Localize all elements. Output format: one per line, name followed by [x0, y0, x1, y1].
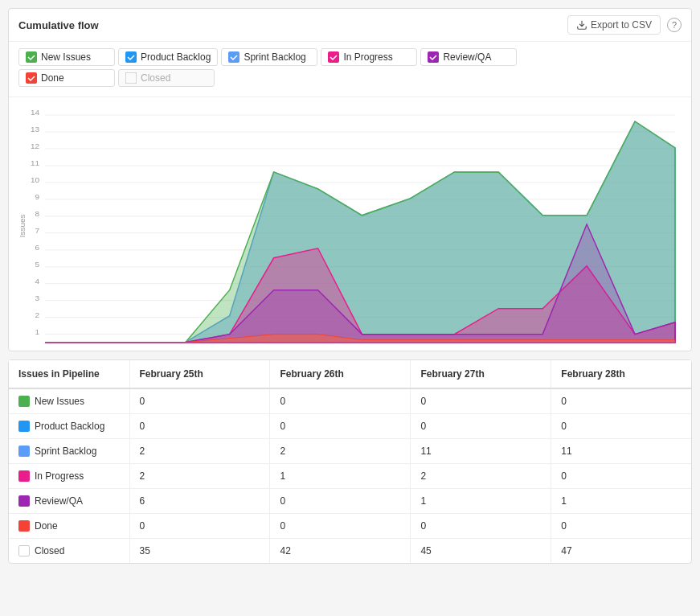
- table-header-row: Issues in Pipeline February 25th Februar…: [9, 360, 691, 388]
- legend-checkbox-sprint-backlog: [228, 51, 239, 63]
- svg-text:Issues: Issues: [18, 214, 27, 237]
- table-row: New Issues 0000: [9, 388, 691, 414]
- col-pipeline: Issues in Pipeline: [9, 360, 129, 388]
- table-row: Review/QA 6011: [9, 488, 691, 513]
- svg-rect-4: [428, 51, 439, 63]
- svg-text:7: 7: [35, 226, 39, 235]
- svg-text:5: 5: [35, 260, 39, 269]
- cell-feb26: 2: [270, 438, 411, 463]
- svg-text:11: 11: [31, 158, 40, 167]
- svg-rect-5: [26, 72, 37, 84]
- color-box: [18, 545, 30, 556]
- pipeline-name: In Progress: [35, 470, 84, 482]
- cell-feb25: 0: [129, 513, 270, 538]
- color-box: [18, 520, 30, 532]
- cell-feb28: 47: [551, 538, 691, 563]
- legend-row-2: Done Closed: [18, 69, 682, 87]
- cell-feb26: 0: [270, 388, 411, 414]
- legend-checkbox-done: [26, 72, 37, 84]
- pipeline-label-cell: Done: [9, 513, 129, 538]
- table-row: Done 0000: [9, 513, 691, 538]
- svg-text:1: 1: [35, 327, 39, 336]
- table-panel: Issues in Pipeline February 25th Februar…: [8, 359, 692, 564]
- col-feb28: February 28th: [551, 360, 691, 388]
- legend-new-issues[interactable]: New Issues: [18, 48, 115, 66]
- pipeline-label: Done: [18, 520, 120, 532]
- cell-feb25: 2: [129, 438, 270, 463]
- color-box: [18, 396, 30, 407]
- legend-row-1: New Issues Product Backlog Sprint Backlo…: [18, 48, 682, 66]
- table-row: In Progress 2120: [9, 463, 691, 488]
- cell-feb27: 0: [411, 513, 551, 538]
- svg-rect-3: [328, 51, 339, 63]
- legend-label-in-progress: In Progress: [343, 51, 392, 63]
- legend-checkbox-in-progress: [328, 51, 339, 63]
- cell-feb26: 0: [270, 488, 411, 513]
- legend-label-new-issues: New Issues: [41, 51, 91, 63]
- cumulative-flow-chart: 1 2 3 4 5 6 7 8 9 10 11 12 13 14 Issues: [17, 105, 683, 347]
- cell-feb25: 0: [129, 388, 270, 414]
- legend-checkbox-review-qa: [428, 51, 439, 63]
- pipeline-label-cell: Sprint Backlog: [9, 438, 129, 463]
- export-icon: [576, 19, 587, 31]
- help-icon[interactable]: ?: [667, 18, 682, 32]
- legend-done[interactable]: Done: [18, 69, 115, 87]
- cell-feb27: 11: [411, 438, 551, 463]
- legend-label-sprint-backlog: Sprint Backlog: [244, 51, 305, 63]
- pipeline-label-cell: New Issues: [9, 388, 129, 414]
- legend-label-review-qa: Review/QA: [443, 51, 491, 63]
- export-button[interactable]: Export to CSV: [567, 15, 661, 35]
- pipeline-name: Closed: [35, 545, 64, 556]
- pipeline-table: Issues in Pipeline February 25th Februar…: [9, 360, 691, 563]
- chart-header-right: Export to CSV ?: [567, 15, 682, 35]
- legend-checkbox-product-backlog: [125, 51, 137, 63]
- svg-text:2: 2: [35, 310, 39, 319]
- cell-feb27: 2: [411, 463, 551, 488]
- pipeline-label: In Progress: [18, 470, 120, 482]
- cell-feb25: 35: [129, 538, 270, 563]
- legend-label-closed: Closed: [141, 72, 170, 84]
- table-row: Sprint Backlog 221111: [9, 438, 691, 463]
- pipeline-label: Sprint Backlog: [18, 446, 120, 457]
- svg-rect-2: [228, 51, 239, 63]
- pipeline-name: Review/QA: [35, 495, 83, 507]
- col-feb27: February 27th: [411, 360, 551, 388]
- pipeline-name: New Issues: [35, 396, 84, 407]
- legend-closed[interactable]: Closed: [118, 69, 215, 87]
- color-box: [18, 470, 30, 482]
- chart-header: Cumulative flow Export to CSV ?: [9, 9, 691, 42]
- cell-feb28: 11: [551, 438, 691, 463]
- svg-text:14: 14: [31, 108, 40, 117]
- table-row: Product Backlog 0000: [9, 413, 691, 438]
- cell-feb26: 1: [270, 463, 411, 488]
- pipeline-name: Product Backlog: [35, 421, 104, 432]
- legend-checkbox-closed: [125, 72, 137, 84]
- svg-text:6: 6: [35, 243, 39, 252]
- cell-feb25: 0: [129, 413, 270, 438]
- legend-sprint-backlog[interactable]: Sprint Backlog: [221, 48, 317, 66]
- svg-text:4: 4: [35, 277, 39, 285]
- col-feb25: February 25th: [129, 360, 270, 388]
- legend-product-backlog[interactable]: Product Backlog: [118, 48, 218, 66]
- pipeline-name: Done: [35, 520, 58, 532]
- legend-label-done: Done: [41, 72, 64, 84]
- pipeline-label: Product Backlog: [18, 421, 120, 432]
- chart-title: Cumulative flow: [18, 19, 99, 31]
- main-container: Cumulative flow Export to CSV ?: [0, 0, 700, 572]
- cell-feb25: 6: [129, 488, 270, 513]
- svg-text:12: 12: [31, 142, 40, 150]
- pipeline-label: New Issues: [18, 396, 120, 407]
- cell-feb27: 45: [411, 538, 551, 563]
- cell-feb28: 0: [551, 388, 691, 414]
- pipeline-label-cell: Product Backlog: [9, 413, 129, 438]
- col-feb26: February 26th: [270, 360, 411, 388]
- svg-rect-1: [125, 51, 137, 63]
- cell-feb28: 0: [551, 463, 691, 488]
- color-box: [18, 421, 30, 432]
- svg-rect-6: [125, 72, 137, 84]
- legend-in-progress[interactable]: In Progress: [321, 48, 417, 66]
- svg-text:10: 10: [31, 175, 40, 184]
- legend-review-qa[interactable]: Review/QA: [420, 48, 517, 66]
- chart-panel: Cumulative flow Export to CSV ?: [8, 8, 692, 351]
- legend-area: New Issues Product Backlog Sprint Backlo…: [9, 42, 691, 97]
